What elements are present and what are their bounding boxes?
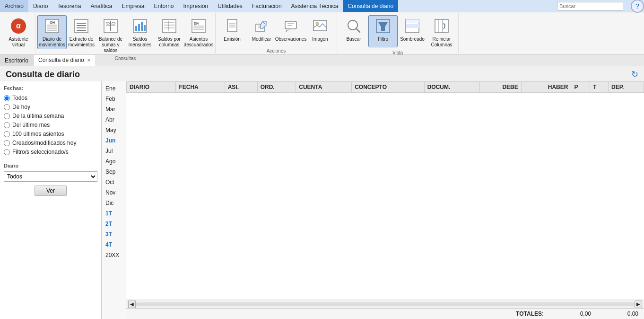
radio-item-100-asientos: 100 últimos asientos xyxy=(4,131,97,137)
modificar-button[interactable]: Modificar xyxy=(247,15,276,47)
month-item-abr[interactable]: Abr xyxy=(102,115,126,125)
search-input[interactable] xyxy=(557,2,623,10)
col-header-concepto[interactable]: CONCEPTO xyxy=(352,82,424,93)
col-header-ord[interactable]: ORD. xyxy=(257,82,296,93)
menu-entorno[interactable]: Entorno xyxy=(149,0,178,12)
toolbar-group-items: α Asistentevirtual xyxy=(4,13,33,52)
menu-consulta-diario[interactable]: Consulta de diario xyxy=(343,0,398,12)
menu-diario[interactable]: Diario xyxy=(28,0,52,12)
month-item-jun[interactable]: Jun xyxy=(102,135,126,146)
radio-100-asientos[interactable] xyxy=(4,131,10,137)
col-header-debe[interactable]: DEBE xyxy=(479,82,521,93)
svg-rect-21 xyxy=(141,22,143,31)
col-header-asi[interactable]: ASI. xyxy=(225,82,257,93)
radio-label-ultimo-mes: Del último mes xyxy=(12,122,50,128)
totals-bar: TOTALES: 0,00 0,00 xyxy=(126,308,644,319)
horizontal-scrollbar[interactable]: ◀ ▶ xyxy=(126,300,644,308)
month-item-1t[interactable]: 1T xyxy=(102,208,126,219)
col-header-haber[interactable]: HABER xyxy=(521,82,571,93)
month-item-3t[interactable]: 3T xyxy=(102,229,126,239)
imagen-button[interactable]: Imagen xyxy=(305,15,335,47)
saldos-columnas-button[interactable]: Saldos porcolumnas xyxy=(155,15,184,49)
svg-rect-22 xyxy=(144,25,146,31)
menu-impresion[interactable]: Impresión xyxy=(178,0,213,12)
ver-button[interactable]: Ver xyxy=(35,186,67,196)
menu-analitica[interactable]: Analítica xyxy=(86,0,117,12)
month-item-dic[interactable]: Dic xyxy=(102,198,126,208)
radio-label-creados-hoy: Creados/modificados hoy xyxy=(12,140,76,146)
filtro-button[interactable]: Filtro xyxy=(368,15,398,47)
radio-de-hoy[interactable] xyxy=(4,104,10,110)
tab-consulta-diario-label: Consulta de diario xyxy=(38,57,84,63)
scroll-left-button[interactable]: ◀ xyxy=(128,301,136,308)
diario-label: Diario xyxy=(4,163,97,169)
diario-select[interactable]: Todos xyxy=(4,171,97,182)
menu-utilidades[interactable]: Utilidades xyxy=(213,0,247,12)
saldos-mensuales-button[interactable]: Saldosmensuales xyxy=(125,15,155,49)
help-button[interactable]: ? xyxy=(631,0,644,13)
col-header-docum[interactable]: DOCUM. xyxy=(424,82,479,93)
reiniciar-columnas-button[interactable]: ReiniciarColumnas xyxy=(427,15,456,49)
sombreado-button[interactable]: Sombreado xyxy=(398,15,427,47)
asientos-desc-label: Asientosdescuadrados xyxy=(184,36,214,48)
acciones-group-label: Acciones xyxy=(267,47,286,54)
toolbar-group-vista: Buscar Filtro xyxy=(337,13,459,53)
svg-rect-19 xyxy=(135,26,137,31)
col-header-t[interactable]: T xyxy=(590,82,609,93)
month-item-nov[interactable]: Nov xyxy=(102,187,126,198)
balance-label: Balance desumas y saldos xyxy=(97,36,124,53)
month-selector: EneFebMarAbrMayJunJulAgoSepOctNovDic1T2T… xyxy=(102,81,126,319)
col-header-diario[interactable]: DIARIO xyxy=(127,82,176,93)
menu-asistencia[interactable]: Asistencia Técnica xyxy=(287,0,343,12)
month-item-mar[interactable]: Mar xyxy=(102,104,126,115)
col-header-fecha[interactable]: FECHA xyxy=(176,82,225,93)
radio-item-creados-hoy: Creados/modificados hoy xyxy=(4,140,97,146)
month-item-sep[interactable]: Sep xyxy=(102,167,126,177)
svg-rect-8 xyxy=(75,19,88,33)
tab-escritorio[interactable]: Escritorio xyxy=(0,55,34,66)
balance-sumas-button[interactable]: Balance desumas y saldos xyxy=(96,15,125,55)
month-item-oct[interactable]: Oct xyxy=(102,177,126,187)
radio-ultima-semana[interactable] xyxy=(4,113,10,119)
imagen-icon xyxy=(312,18,329,35)
month-item-ago[interactable]: Ago xyxy=(102,156,126,167)
col-header-p[interactable]: P xyxy=(571,82,590,93)
tab-consulta-diario[interactable]: Consulta de diario ✕ xyxy=(34,55,96,66)
asientos-descuadrados-button[interactable]: DH Asientosdescuadrados xyxy=(184,15,213,49)
month-item-4t[interactable]: 4T xyxy=(102,239,126,250)
month-item-2t[interactable]: 2T xyxy=(102,219,126,229)
radio-filtro-sel[interactable] xyxy=(4,149,10,155)
extracto-movimientos-button[interactable]: Extracto demovimientos xyxy=(67,15,96,49)
radio-label-100-asientos: 100 últimos asientos xyxy=(12,131,64,137)
diario-movimientos-icon: DH xyxy=(44,18,61,35)
asientos-desc-icon: DH xyxy=(190,18,207,35)
month-item-may[interactable]: May xyxy=(102,125,126,135)
month-item-20xx[interactable]: 20XX xyxy=(102,250,126,260)
observaciones-button[interactable]: Observaciones xyxy=(276,15,305,47)
radio-todos[interactable] xyxy=(4,95,10,101)
vista-group-label: Vista xyxy=(392,49,403,56)
toolbar-group-asistente: α Asistentevirtual xyxy=(2,13,35,53)
emision-button[interactable]: Emisión xyxy=(218,15,247,47)
table-wrapper[interactable]: DIARIOFECHAASI.ORD.CUENTACONCEPTODOCUM.D… xyxy=(126,81,644,300)
col-header-cuenta[interactable]: CUENTA xyxy=(296,82,352,93)
month-item-ene[interactable]: Ene xyxy=(102,83,126,94)
menu-facturacion[interactable]: Facturación xyxy=(247,0,287,12)
radio-creados-hoy[interactable] xyxy=(4,140,10,146)
col-header-dep[interactable]: DEP. xyxy=(608,82,644,93)
month-item-feb[interactable]: Feb xyxy=(102,94,126,104)
refresh-icon[interactable]: ↻ xyxy=(631,69,638,80)
radio-ultimo-mes[interactable] xyxy=(4,122,10,128)
menu-archivo[interactable]: Archivo xyxy=(0,0,28,12)
buscar-button[interactable]: Buscar xyxy=(339,15,368,47)
diario-movimientos-button[interactable]: DH Diario demovimientos xyxy=(37,15,67,49)
tab-close-icon[interactable]: ✕ xyxy=(87,58,91,63)
tabs-bar: Escritorio Consulta de diario ✕ xyxy=(0,55,644,66)
extracto-movimientos-icon xyxy=(73,18,90,35)
menu-tesoreria[interactable]: Tesorería xyxy=(52,0,86,12)
month-item-jul[interactable]: Jul xyxy=(102,146,126,156)
asistente-virtual-button[interactable]: α Asistentevirtual xyxy=(4,15,33,49)
scrollbar-track[interactable] xyxy=(136,302,635,306)
scroll-right-button[interactable]: ▶ xyxy=(635,301,642,308)
menu-empresa[interactable]: Empresa xyxy=(117,0,149,12)
